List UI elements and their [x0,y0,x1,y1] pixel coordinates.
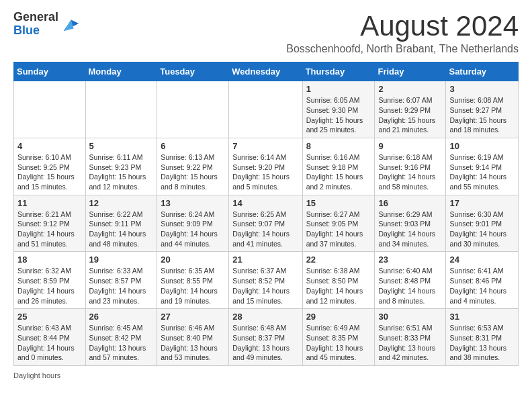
calendar-cell: 10Sunrise: 6:19 AMSunset: 9:14 PMDayligh… [446,138,519,195]
day-info: Sunrise: 6:46 AMSunset: 8:40 PMDaylight:… [161,323,225,363]
calendar-cell: 20Sunrise: 6:35 AMSunset: 8:55 PMDayligh… [157,252,229,309]
calendar-cell: 22Sunrise: 6:38 AMSunset: 8:50 PMDayligh… [302,252,375,309]
calendar-table: SundayMondayTuesdayWednesdayThursdayFrid… [13,62,519,366]
day-number: 20 [161,255,225,265]
day-info: Sunrise: 6:05 AMSunset: 9:30 PMDaylight:… [306,95,371,135]
calendar-cell: 8Sunrise: 6:16 AMSunset: 9:18 PMDaylight… [302,138,375,195]
calendar-cell: 12Sunrise: 6:22 AMSunset: 9:11 PMDayligh… [85,195,157,252]
day-number: 8 [306,141,371,151]
day-info: Sunrise: 6:27 AMSunset: 9:05 PMDaylight:… [306,210,371,249]
calendar-cell [85,81,157,138]
calendar-week-3: 11Sunrise: 6:21 AMSunset: 9:12 PMDayligh… [14,195,519,252]
day-info: Sunrise: 6:22 AMSunset: 9:11 PMDaylight:… [89,210,154,249]
calendar-header-saturday: Saturday [446,62,519,81]
day-number: 18 [17,255,82,265]
calendar-cell: 29Sunrise: 6:49 AMSunset: 8:35 PMDayligh… [302,309,375,366]
calendar-week-4: 18Sunrise: 6:32 AMSunset: 8:59 PMDayligh… [14,252,519,309]
calendar-cell: 7Sunrise: 6:14 AMSunset: 9:20 PMDaylight… [229,138,302,195]
calendar-cell: 27Sunrise: 6:46 AMSunset: 8:40 PMDayligh… [157,309,229,366]
day-number: 12 [89,198,154,208]
day-number: 17 [449,198,515,208]
day-number: 25 [17,312,82,322]
calendar-cell: 15Sunrise: 6:27 AMSunset: 9:05 PMDayligh… [302,195,375,252]
day-info: Sunrise: 6:11 AMSunset: 9:23 PMDaylight:… [89,152,154,192]
day-info: Sunrise: 6:51 AMSunset: 8:33 PMDaylight:… [378,323,442,363]
calendar-cell: 23Sunrise: 6:40 AMSunset: 8:48 PMDayligh… [375,252,446,309]
day-info: Sunrise: 6:38 AMSunset: 8:50 PMDaylight:… [306,266,371,306]
day-number: 13 [161,198,225,208]
day-number: 19 [89,255,154,265]
day-number: 5 [89,141,154,151]
day-number: 11 [17,198,82,208]
day-number: 28 [232,312,298,322]
calendar-cell: 2Sunrise: 6:07 AMSunset: 9:29 PMDaylight… [375,81,446,138]
logo-general-text: General [13,10,58,24]
day-number: 31 [449,312,515,322]
day-number: 9 [378,141,442,151]
day-number: 24 [449,255,515,265]
calendar-cell: 19Sunrise: 6:33 AMSunset: 8:57 PMDayligh… [85,252,157,309]
day-info: Sunrise: 6:16 AMSunset: 9:18 PMDaylight:… [306,152,371,192]
calendar-cell: 14Sunrise: 6:25 AMSunset: 9:07 PMDayligh… [229,195,302,252]
calendar-header-row: SundayMondayTuesdayWednesdayThursdayFrid… [14,62,519,81]
day-info: Sunrise: 6:48 AMSunset: 8:37 PMDaylight:… [232,323,298,363]
day-number: 23 [378,255,442,265]
day-number: 26 [89,312,154,322]
logo: General Blue [13,11,80,38]
calendar-cell [14,81,86,138]
calendar-week-5: 25Sunrise: 6:43 AMSunset: 8:44 PMDayligh… [14,309,519,366]
day-info: Sunrise: 6:53 AMSunset: 8:31 PMDaylight:… [449,323,515,363]
day-number: 10 [449,141,515,151]
day-info: Sunrise: 6:29 AMSunset: 9:03 PMDaylight:… [378,210,442,249]
calendar-cell: 9Sunrise: 6:18 AMSunset: 9:16 PMDaylight… [375,138,446,195]
day-info: Sunrise: 6:25 AMSunset: 9:07 PMDaylight:… [232,210,298,249]
calendar-cell: 1Sunrise: 6:05 AMSunset: 9:30 PMDaylight… [302,81,375,138]
day-info: Sunrise: 6:43 AMSunset: 8:44 PMDaylight:… [17,323,82,363]
calendar-cell: 21Sunrise: 6:37 AMSunset: 8:52 PMDayligh… [229,252,302,309]
calendar-cell: 26Sunrise: 6:45 AMSunset: 8:42 PMDayligh… [85,309,157,366]
subtitle: Bosschenhoofd, North Brabant, The Nether… [286,43,519,55]
day-info: Sunrise: 6:18 AMSunset: 9:16 PMDaylight:… [378,152,442,192]
calendar-header-thursday: Thursday [302,62,375,81]
calendar-header-tuesday: Tuesday [157,62,229,81]
day-info: Sunrise: 6:30 AMSunset: 9:01 PMDaylight:… [449,210,515,249]
day-number: 7 [232,141,298,151]
calendar-cell: 13Sunrise: 6:24 AMSunset: 9:09 PMDayligh… [157,195,229,252]
day-info: Sunrise: 6:37 AMSunset: 8:52 PMDaylight:… [232,266,298,306]
day-number: 30 [378,312,442,322]
day-info: Sunrise: 6:32 AMSunset: 8:59 PMDaylight:… [17,266,82,306]
calendar-cell: 11Sunrise: 6:21 AMSunset: 9:12 PMDayligh… [14,195,86,252]
day-number: 21 [232,255,298,265]
calendar-header-wednesday: Wednesday [229,62,302,81]
day-info: Sunrise: 6:14 AMSunset: 9:20 PMDaylight:… [232,152,298,192]
day-number: 2 [378,84,442,94]
logo-blue-text: Blue [13,24,40,37]
calendar-cell: 4Sunrise: 6:10 AMSunset: 9:25 PMDaylight… [14,138,86,195]
day-info: Sunrise: 6:45 AMSunset: 8:42 PMDaylight:… [89,323,154,363]
day-number: 3 [449,84,515,94]
day-number: 4 [17,141,82,151]
title-block: August 2024 Bosschenhoofd, North Brabant… [286,11,519,55]
calendar-cell: 31Sunrise: 6:53 AMSunset: 8:31 PMDayligh… [446,309,519,366]
calendar-cell: 28Sunrise: 6:48 AMSunset: 8:37 PMDayligh… [229,309,302,366]
day-info: Sunrise: 6:33 AMSunset: 8:57 PMDaylight:… [89,266,154,306]
day-number: 14 [232,198,298,208]
calendar-cell: 30Sunrise: 6:51 AMSunset: 8:33 PMDayligh… [375,309,446,366]
calendar-cell: 3Sunrise: 6:08 AMSunset: 9:27 PMDaylight… [446,81,519,138]
day-info: Sunrise: 6:08 AMSunset: 9:27 PMDaylight:… [449,95,515,135]
calendar-cell: 24Sunrise: 6:41 AMSunset: 8:46 PMDayligh… [446,252,519,309]
day-info: Sunrise: 6:24 AMSunset: 9:09 PMDaylight:… [161,210,225,249]
day-number: 1 [306,84,371,94]
day-number: 16 [378,198,442,208]
day-info: Sunrise: 6:07 AMSunset: 9:29 PMDaylight:… [378,95,442,135]
calendar-cell: 5Sunrise: 6:11 AMSunset: 9:23 PMDaylight… [85,138,157,195]
day-number: 6 [161,141,225,151]
calendar-cell [157,81,229,138]
day-info: Sunrise: 6:21 AMSunset: 9:12 PMDaylight:… [17,210,82,249]
day-info: Sunrise: 6:40 AMSunset: 8:48 PMDaylight:… [378,266,442,306]
logo-icon [61,15,80,34]
calendar-header-friday: Friday [375,62,446,81]
day-number: 22 [306,255,371,265]
footer-note: Daylight hours [13,371,519,379]
day-info: Sunrise: 6:49 AMSunset: 8:35 PMDaylight:… [306,323,371,363]
